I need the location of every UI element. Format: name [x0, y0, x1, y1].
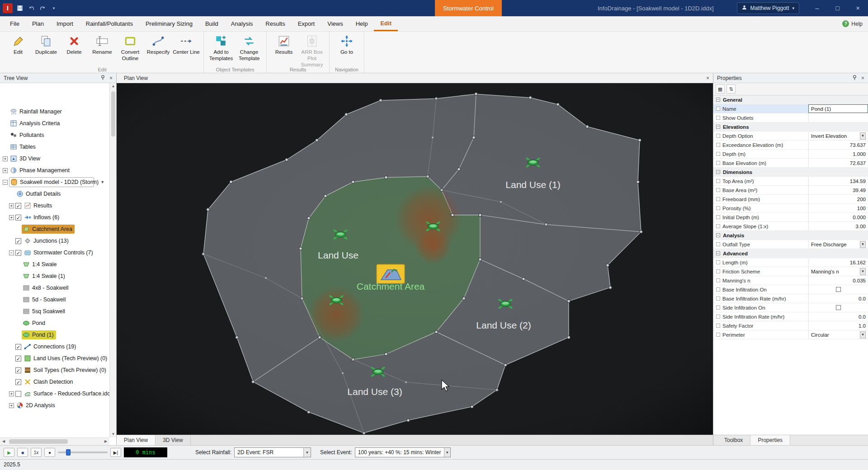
prop-row-freeboard-mm[interactable]: Freeboard (mm)200 — [713, 195, 868, 204]
prop-value[interactable]: Invert Elevation▼ — [808, 132, 868, 140]
prop-row-friction-scheme[interactable]: Friction SchemeManning's n▼ — [713, 267, 868, 276]
menu-plan[interactable]: Plan — [26, 16, 50, 31]
prop-row-show-outlets[interactable]: Show Outlets — [713, 113, 868, 122]
tree-item-stormwater-controls-7[interactable]: −✓Stormwater Controls (7) — [0, 247, 109, 258]
tree-item-outfall-details[interactable]: Outfall Details — [0, 188, 109, 200]
prop-value[interactable]: 0.0 — [808, 294, 868, 303]
prop-row-perimeter[interactable]: PerimeterCircular▼ — [713, 330, 868, 339]
tree-item-catchment-area[interactable]: Catchment Area — [0, 223, 109, 235]
tree-checkbox[interactable]: ✓ — [15, 203, 21, 209]
tree-item-5d-soakwell[interactable]: 5d - Soakwell — [0, 294, 109, 306]
tab-plan-view[interactable]: Plan View — [117, 435, 156, 445]
collapse-icon[interactable]: − — [716, 125, 720, 129]
row-checkbox[interactable] — [716, 287, 720, 291]
scroll-right-icon[interactable]: ▶ — [102, 438, 109, 445]
row-checkbox[interactable] — [716, 107, 720, 111]
stop-button[interactable]: ■ — [17, 448, 28, 457]
tree-horizontal-scrollbar[interactable]: ◀ ▶ — [0, 437, 109, 445]
prop-row-side-infiltration-on[interactable]: Side Infiltration On — [713, 303, 868, 312]
catchment-area-icon[interactable] — [377, 264, 405, 283]
prop-row-top-area-m[interactable]: Top Area (m²)134.59 — [713, 177, 868, 186]
tree-item-phase-management[interactable]: +Phase Management — [0, 164, 109, 176]
results-button[interactable]: Results — [270, 33, 297, 56]
row-checkbox[interactable] — [716, 197, 720, 201]
prop-value[interactable]: 39.49 — [808, 186, 868, 194]
redo-icon[interactable] — [38, 4, 47, 12]
prop-category-general[interactable]: −General — [713, 95, 868, 104]
menu-export[interactable]: Export — [292, 16, 321, 31]
row-checkbox[interactable] — [716, 116, 720, 120]
help-button[interactable]: ? Help — [842, 16, 863, 31]
prop-row-depth-m[interactable]: Depth (m)1.000 — [713, 150, 868, 159]
tree-item-5sq-soakwell[interactable]: 5sq Soakwell — [0, 306, 109, 317]
respecify-button[interactable]: Respecify — [145, 33, 172, 56]
chevron-down-icon[interactable]: ▼ — [860, 241, 866, 248]
value-checkbox[interactable] — [836, 287, 841, 292]
prop-row-manning-s-n[interactable]: Manning's n0.035 — [713, 276, 868, 285]
row-checkbox[interactable] — [716, 134, 720, 138]
chevron-down-icon[interactable]: ▼ — [860, 268, 866, 275]
prop-category-elevations[interactable]: −Elevations — [713, 122, 868, 132]
tree-checkbox[interactable]: ✓ — [15, 215, 21, 221]
prop-value[interactable]: 200 — [808, 195, 868, 203]
row-checkbox[interactable] — [716, 306, 720, 310]
tree-item-rainfall-manager[interactable]: Rainfall Manager — [0, 106, 109, 118]
prop-value[interactable]: 0.035 — [808, 276, 868, 285]
prop-value[interactable]: 1.0 — [808, 321, 868, 330]
row-checkbox[interactable] — [716, 242, 720, 246]
close-icon[interactable]: × — [706, 75, 709, 81]
menu-edit[interactable]: Edit — [374, 16, 398, 31]
prop-value[interactable]: Manning's n▼ — [808, 267, 868, 276]
prop-value[interactable]: 0.000 — [808, 213, 868, 221]
convert-outline-button[interactable]: Convert Outline — [117, 33, 144, 62]
row-checkbox[interactable] — [716, 260, 720, 264]
prop-value[interactable] — [808, 303, 868, 312]
prop-value[interactable]: 100 — [808, 204, 868, 212]
row-checkbox[interactable] — [716, 333, 720, 337]
scroll-left-icon[interactable]: ◀ — [0, 438, 7, 445]
prop-value[interactable]: 3.00 — [808, 222, 868, 230]
tree-checkbox[interactable]: ✓ — [15, 238, 21, 244]
tree-item-tables[interactable]: Tables — [0, 141, 109, 153]
collapse-icon[interactable]: − — [716, 233, 720, 237]
row-checkbox[interactable] — [716, 161, 720, 165]
duplicate-button[interactable]: Duplicate — [33, 33, 60, 56]
menu-help[interactable]: Help — [349, 16, 374, 31]
menu-file[interactable]: File — [4, 16, 26, 31]
user-menu-button[interactable]: Matthew Piggott ▾ — [737, 2, 799, 14]
go-to-button[interactable]: Go to — [333, 33, 360, 56]
tree-checkbox[interactable]: ✓ — [15, 250, 21, 256]
prop-value[interactable]: Free Discharge▼ — [808, 240, 868, 249]
row-checkbox[interactable] — [716, 278, 720, 282]
expand-icon[interactable]: + — [9, 215, 14, 220]
tab-toolbox[interactable]: Toolbox — [717, 435, 750, 445]
rainfall-select[interactable]: 2D Event: FSR ▼ — [234, 447, 311, 457]
prop-row-depth-option[interactable]: Depth OptionInvert Elevation▼ — [713, 132, 868, 141]
tree-item-3d-view[interactable]: +3D View — [0, 153, 109, 164]
menu-analysis[interactable]: Analysis — [225, 16, 259, 31]
collapse-icon[interactable]: − — [3, 180, 8, 185]
menu-build[interactable]: Build — [199, 16, 225, 31]
prop-row-exceedance-elevation-m[interactable]: Exceedance Elevation (m)73.637 — [713, 141, 868, 150]
row-checkbox[interactable] — [716, 188, 720, 192]
prop-value[interactable]: 134.59 — [808, 177, 868, 185]
tree-item-soakwell-model-1d2d-storm[interactable]: −Soakwell model - 1D2D (Storm)▼ — [0, 176, 109, 188]
row-checkbox[interactable] — [716, 143, 720, 147]
row-checkbox[interactable] — [716, 324, 720, 328]
scroll-up-icon[interactable]: ▲ — [110, 83, 117, 89]
menu-preliminary-sizing[interactable]: Preliminary Sizing — [139, 16, 199, 31]
add-to-templates-button[interactable]: Add to Templates — [208, 33, 235, 62]
prop-value[interactable]: 0.0 — [808, 312, 868, 321]
expand-icon[interactable]: + — [9, 203, 14, 208]
expand-icon[interactable]: + — [9, 403, 14, 408]
delete-button[interactable]: Delete — [61, 33, 88, 56]
close-icon[interactable]: × — [861, 75, 864, 81]
prop-row-outfall-type[interactable]: Outfall TypeFree Discharge▼ — [713, 240, 868, 249]
rename-button[interactable]: Rename — [89, 33, 116, 56]
tree-item-junctions-13[interactable]: ✓Junctions (13) — [0, 235, 109, 247]
row-checkbox[interactable] — [716, 152, 720, 156]
collapse-icon[interactable]: − — [9, 250, 14, 255]
tree-checkbox[interactable] — [15, 391, 21, 397]
row-checkbox[interactable] — [716, 315, 720, 319]
row-checkbox[interactable] — [716, 215, 720, 219]
